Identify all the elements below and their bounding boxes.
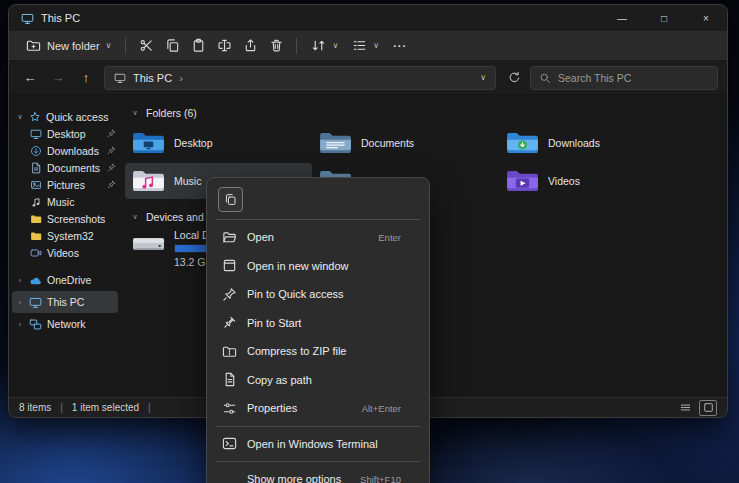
rename-button[interactable] [211, 35, 237, 57]
open-icon [222, 230, 237, 245]
menu-item-copy-as-path[interactable]: Copy as path [211, 366, 425, 395]
new-folder-label: New folder [47, 40, 100, 52]
paste-button[interactable] [185, 35, 211, 57]
monitor-icon [30, 128, 42, 140]
sort-icon [311, 38, 326, 53]
title-bar[interactable]: This PC — □ × [9, 5, 727, 31]
share-icon [243, 38, 258, 53]
icon-spacer [222, 472, 237, 483]
folder-tile-videos[interactable]: Videos [499, 163, 686, 199]
folder-icon [30, 230, 42, 242]
folders-section-header[interactable]: ∨ Folders (6) [131, 107, 727, 119]
sidebar-item-desktop[interactable]: Desktop [9, 125, 121, 142]
icons-view-button[interactable] [699, 400, 717, 416]
chevron-down-icon[interactable]: ∨ [131, 213, 139, 221]
network-icon [29, 318, 42, 331]
quick-actions-row [211, 183, 425, 216]
minimize-button[interactable]: — [601, 5, 643, 31]
chevron-down-icon[interactable]: ∨ [480, 73, 486, 82]
close-button[interactable]: × [685, 5, 727, 31]
sidebar-item-music[interactable]: Music [9, 193, 121, 210]
sort-button[interactable]: ∨ [304, 35, 345, 56]
menu-divider [216, 426, 420, 427]
menu-item-open[interactable]: Open Enter [211, 223, 425, 252]
sidebar-item-screenshots[interactable]: Screenshots [9, 210, 121, 227]
downloads-folder-icon [506, 130, 539, 156]
up-button[interactable]: ↑ [74, 66, 98, 90]
music-note-icon [30, 196, 42, 208]
zip-folder-icon [222, 344, 237, 359]
sidebar-item-network[interactable]: › Network [9, 313, 121, 335]
pin-to-start-icon [222, 315, 237, 330]
pin-icon [107, 129, 116, 138]
menu-item-open-in-windows-terminal[interactable]: Open in Windows Terminal [211, 430, 425, 459]
menu-item-pin-to-start[interactable]: Pin to Start [211, 309, 425, 338]
status-divider: | [60, 402, 63, 413]
sidebar-item-documents[interactable]: Documents [9, 159, 121, 176]
search-icon [539, 72, 551, 84]
copy-path-icon [222, 372, 237, 387]
menu-item-compress-to-zip[interactable]: Compress to ZIP file [211, 337, 425, 366]
view-icon [352, 38, 367, 53]
delete-icon [269, 38, 284, 53]
view-toggles [676, 400, 717, 416]
share-button[interactable] [237, 35, 263, 57]
address-bar[interactable]: This PC › ∨ [104, 66, 496, 90]
new-folder-button[interactable]: New folder ∨ [19, 35, 118, 56]
cut-button[interactable] [133, 35, 159, 57]
sidebar-item-videos[interactable]: Videos [9, 244, 121, 261]
details-view-button[interactable] [676, 400, 694, 416]
folder-tile-downloads[interactable]: Downloads [499, 125, 686, 161]
folder-tile-documents[interactable]: Documents [312, 125, 499, 161]
pin-icon [107, 163, 116, 172]
menu-item-show-more-options[interactable]: Show more options Shift+F10 [211, 465, 425, 483]
refresh-button[interactable] [502, 66, 526, 90]
sidebar-item-quick-access[interactable]: ∨ Quick access [9, 108, 121, 125]
maximize-button[interactable]: □ [643, 5, 685, 31]
picture-icon [30, 179, 42, 191]
forward-button[interactable]: → [46, 66, 70, 90]
window-title: This PC [41, 12, 80, 24]
desktop-background: { "icons": { "chevron_down": "∨", "chevr… [0, 0, 739, 483]
toolbar-divider [296, 38, 297, 54]
menu-item-pin-to-quick-access[interactable]: Pin to Quick access [211, 280, 425, 309]
sidebar-item-downloads[interactable]: Downloads [9, 142, 121, 159]
pin-icon [107, 180, 116, 189]
sidebar-item-system32[interactable]: System32 [9, 227, 121, 244]
menu-item-open-in-new-window[interactable]: Open in new window [211, 252, 425, 281]
toolbar-divider [125, 38, 126, 54]
delete-button[interactable] [263, 35, 289, 57]
search-placeholder: Search This PC [558, 72, 631, 84]
new-folder-icon [26, 38, 41, 53]
menu-divider [216, 219, 420, 220]
document-icon [30, 162, 42, 174]
view-button[interactable]: ∨ [345, 35, 386, 56]
folder-tile-desktop[interactable]: Desktop [125, 125, 312, 161]
details-view-icon [680, 402, 691, 413]
rename-icon [217, 38, 232, 53]
chevron-down-icon[interactable]: ∨ [131, 109, 139, 117]
shortcut-label: Alt+Enter [362, 403, 401, 414]
copy-button[interactable] [159, 35, 185, 57]
chevron-right-icon[interactable]: › [16, 277, 24, 284]
back-button[interactable]: ← [18, 66, 42, 90]
search-input[interactable]: Search This PC [530, 66, 718, 90]
menu-item-properties[interactable]: Properties Alt+Enter [211, 394, 425, 423]
sidebar-item-pictures[interactable]: Pictures [9, 176, 121, 193]
see-more-button[interactable]: ··· [386, 37, 414, 55]
chevron-right-icon[interactable]: › [179, 72, 183, 84]
chevron-right-icon[interactable]: › [16, 299, 24, 306]
new-window-icon [222, 258, 237, 273]
sidebar-item-this-pc[interactable]: › This PC [12, 291, 118, 313]
chevron-down-icon[interactable]: ∨ [16, 113, 24, 121]
copy-quick-action-button[interactable] [218, 187, 243, 212]
breadcrumb[interactable]: This PC [133, 72, 172, 84]
this-pc-icon [114, 72, 126, 84]
music-folder-icon [132, 168, 165, 194]
chevron-right-icon[interactable]: › [16, 321, 24, 328]
context-menu: Open Enter Open in new window Pin to Qui… [206, 177, 430, 483]
sidebar-item-onedrive[interactable]: › OneDrive [9, 269, 121, 291]
address-bar-row: ← → ↑ This PC › ∨ Search This PC [9, 61, 727, 95]
chevron-down-icon: ∨ [373, 41, 379, 50]
cloud-icon [29, 274, 42, 287]
